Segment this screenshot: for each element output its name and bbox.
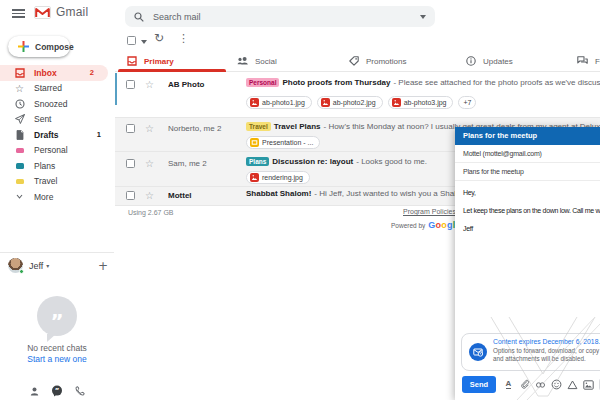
mail-subject: Travel Plans: [274, 122, 321, 131]
sidebar-item-snoozed[interactable]: Snoozed: [0, 96, 115, 112]
quote-glyph: ”: [50, 316, 63, 326]
sidebar-item-label: Starred: [34, 83, 115, 93]
attachment-chip[interactable]: Presentation - ...: [246, 136, 320, 149]
attachment-chip[interactable]: ab-photo2.jpg: [317, 96, 383, 109]
new-chat-plus-button[interactable]: +: [98, 259, 108, 273]
send-button[interactable]: Send: [462, 376, 496, 393]
sidebar-item-plans[interactable]: Plans: [0, 158, 115, 174]
avatar[interactable]: [8, 258, 23, 273]
sidebar-item-sent[interactable]: Sent: [0, 112, 115, 128]
gmail-app: { "app": {"name": "Gmail"}, "icons": { "…: [0, 0, 600, 400]
insert-photo-icon[interactable]: [583, 378, 594, 391]
hangouts-empty-icon: ”: [37, 296, 77, 336]
sender-name: Sam, me 2: [168, 159, 244, 168]
refresh-button[interactable]: ↻: [154, 31, 164, 45]
slides-file-icon: [250, 138, 259, 147]
body-signoff: Jeff: [463, 224, 592, 233]
expiry-detail-line1: Options to forward, download, or copy th…: [493, 347, 600, 356]
subject-field[interactable]: Plans for the meetup: [455, 163, 600, 181]
sidebar-item-inbox[interactable]: Inbox 2: [0, 65, 108, 81]
compose-header[interactable]: Plans for the meetup: [455, 127, 600, 145]
row-checkbox[interactable]: [126, 124, 135, 133]
insert-from-drive-icon[interactable]: [567, 378, 578, 391]
focused-row-indicator: [115, 73, 117, 105]
more-attachments-chip[interactable]: +7: [458, 96, 476, 109]
tab-social[interactable]: Social: [228, 50, 340, 72]
row-checkbox[interactable]: [126, 80, 135, 89]
mail-subject: Photo proofs from Thursday: [282, 78, 390, 87]
formatting-options-icon[interactable]: A: [503, 378, 514, 391]
search-input[interactable]: Search mail: [153, 12, 420, 22]
image-file-icon: [250, 173, 259, 182]
compose-body[interactable]: Hey, Let keep these plans on the down lo…: [455, 181, 600, 249]
chat-start-new-link[interactable]: Start a new one: [0, 354, 114, 364]
primary-tab-icon: [127, 56, 137, 66]
body-greeting: Hey,: [463, 188, 592, 197]
search-options-caret-icon[interactable]: [420, 15, 426, 19]
search-bar[interactable]: Search mail: [125, 6, 435, 27]
select-all-checkbox[interactable]: [127, 36, 136, 45]
sender-name: AB Photo: [168, 80, 244, 89]
recipient-field[interactable]: Mottel (mottel@gmail.com): [455, 145, 600, 163]
row-checkbox[interactable]: [126, 159, 135, 168]
updates-info-icon: [466, 56, 476, 66]
chat-divider: [0, 252, 114, 253]
sidebar-item-drafts[interactable]: Drafts 1: [0, 127, 115, 143]
sidebar-item-label: Personal: [34, 145, 115, 155]
sidebar-item-personal[interactable]: Personal: [0, 143, 115, 159]
row-star-icon[interactable]: ☆: [145, 191, 154, 201]
promotions-tag-icon: [349, 56, 359, 66]
label-plans-icon: [14, 163, 25, 169]
sidebar-item-travel[interactable]: Travel: [0, 174, 115, 190]
chat-user-caret-icon[interactable]: ▾: [46, 262, 49, 269]
program-policies-link[interactable]: Program Policies: [403, 208, 456, 215]
row-star-icon[interactable]: ☆: [145, 80, 154, 90]
row-checkbox[interactable]: [126, 191, 135, 200]
tab-label: Forums: [595, 57, 600, 66]
select-dropdown-caret-icon[interactable]: [141, 40, 147, 44]
expiry-date-link[interactable]: Content expires December 6, 2018.: [493, 338, 600, 347]
hamburger-menu-button[interactable]: [12, 9, 25, 18]
attach-file-icon[interactable]: [519, 378, 530, 391]
attachment-chip[interactable]: ab-photo3.jpg: [388, 96, 454, 109]
row-star-icon[interactable]: ☆: [145, 124, 154, 134]
sidebar-item-more[interactable]: More: [0, 189, 115, 205]
mail-row[interactable]: ☆ AB Photo Personal Photo proofs from Th…: [115, 72, 600, 118]
phone-icon[interactable]: [74, 386, 85, 397]
compose-button-label: Compose: [35, 42, 74, 52]
label-chip-personal[interactable]: Personal: [246, 78, 279, 87]
label-chip-plans[interactable]: Plans: [246, 157, 269, 166]
tab-forums[interactable]: Forums: [568, 50, 600, 72]
insert-link-icon[interactable]: [535, 378, 546, 391]
attachment-chip[interactable]: ab-photo1.jpg: [246, 96, 312, 109]
confidential-mode-badge-icon: [469, 343, 487, 361]
attachment-name: ab-photo2.jpg: [333, 99, 376, 106]
inbox-icon: [14, 68, 25, 78]
compose-button[interactable]: Compose: [8, 36, 70, 57]
more-actions-button[interactable]: ⋮: [178, 32, 189, 45]
row-star-icon[interactable]: ☆: [145, 159, 154, 169]
label-chip-travel[interactable]: Travel: [246, 122, 271, 131]
sidebar-item-starred[interactable]: ☆ Starred: [0, 81, 115, 97]
sidebar-item-label: More: [34, 192, 115, 202]
gmail-envelope-icon: [34, 6, 51, 19]
compose-plus-icon: [18, 41, 29, 52]
insert-emoji-icon[interactable]: [551, 378, 562, 391]
tab-promotions[interactable]: Promotions: [340, 50, 455, 72]
sender-name: Mottel: [168, 191, 244, 200]
contacts-person-icon[interactable]: [29, 386, 40, 397]
hangouts-icon[interactable]: ”: [51, 385, 63, 397]
compose-window: Plans for the meetup Mottel (mottel@gmai…: [455, 127, 600, 400]
chat-user-row[interactable]: Jeff ▾ +: [8, 258, 108, 273]
powered-by: Powered by Google: [391, 220, 461, 230]
tab-label: Primary: [144, 57, 174, 66]
svg-text:”: ”: [55, 387, 60, 395]
chat-bottom-bar: ”: [0, 382, 114, 400]
mail-preview: - Looks good to me.: [356, 157, 427, 166]
tab-updates[interactable]: Updates: [457, 50, 567, 72]
social-tab-icon: [237, 56, 248, 66]
sidebar-item-label: Sent: [34, 114, 115, 124]
tab-label: Social: [255, 57, 277, 66]
attachment-chip[interactable]: rendering.jpg: [246, 171, 310, 184]
image-file-icon: [392, 98, 401, 107]
